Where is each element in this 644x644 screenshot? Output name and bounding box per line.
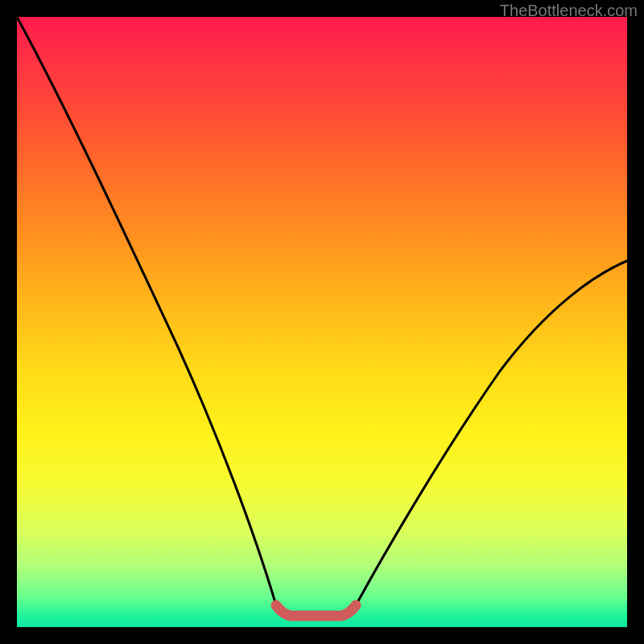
right-curve bbox=[356, 261, 627, 605]
watermark-text: TheBottleneck.com bbox=[500, 2, 638, 20]
left-curve bbox=[17, 17, 276, 605]
chart-lines bbox=[17, 17, 627, 627]
valley-highlight bbox=[276, 605, 356, 616]
chart-frame: TheBottleneck.com bbox=[0, 0, 644, 644]
